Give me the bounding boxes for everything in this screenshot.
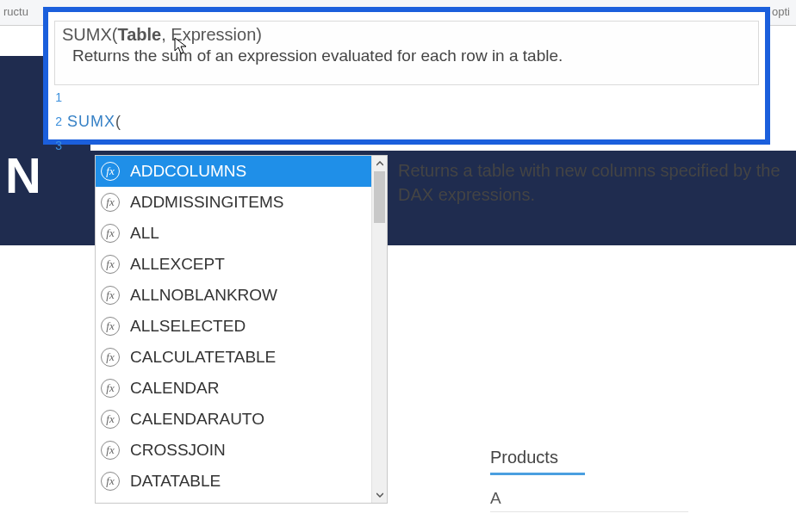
autocomplete-item-label: CALENDAR [130,379,219,398]
function-tooltip: SUMX(Table, Expression) Returns the sum … [54,21,759,85]
ribbon-right-fragment: opti [770,0,796,23]
tooltip-func-name: SUMX [62,25,112,44]
fx-icon: fx [101,441,120,460]
autocomplete-list[interactable]: fxADDCOLUMNSfxADDMISSINGITEMSfxALLfxALLE… [96,156,371,503]
autocomplete-item-label: CALENDARAUTO [130,410,264,429]
autocomplete-item-label: ALL [130,224,159,243]
line-number: 3 [48,136,67,160]
fx-icon: fx [101,472,120,491]
fx-icon: fx [101,348,120,367]
products-row[interactable]: A [490,486,688,512]
fx-icon: fx [101,255,120,274]
tooltip-signature: SUMX(Table, Expression) [62,25,751,45]
scroll-down-button[interactable] [372,487,387,503]
autocomplete-item-label: ALLEXCEPT [130,255,225,274]
fx-icon: fx [101,286,120,305]
code-paren: ( [115,113,121,130]
formula-editor[interactable]: 1 2 SUMX( 3 [48,88,765,139]
ribbon-left-fragment: ructu [0,0,43,25]
autocomplete-item-label: DATATABLE [130,472,221,491]
tooltip-description: Returns the sum of an expression evaluat… [62,46,751,65]
autocomplete-item-label: ADDCOLUMNS [130,162,246,181]
autocomplete-item-label: CROSSJOIN [130,441,226,460]
background-large-letter: N [5,146,40,204]
chevron-up-icon [376,161,383,166]
autocomplete-item-label: ALLSELECTED [130,317,246,336]
scroll-up-button[interactable] [372,156,387,171]
autocomplete-description: Returns a table with new columns specifi… [398,158,794,207]
autocomplete-item[interactable]: fxCALENDAR [96,373,371,404]
chevron-down-icon [376,492,383,498]
line-number: 2 [48,112,67,136]
scrollbar[interactable] [371,156,387,503]
products-field-panel: Products A [490,448,688,512]
tooltip-rest-params: , Expression) [161,25,262,44]
fx-icon: fx [101,379,120,398]
fx-icon: fx [101,410,120,429]
autocomplete-item[interactable]: fxCROSSJOIN [96,435,371,466]
autocomplete-item[interactable]: fxADDMISSINGITEMS [96,187,371,218]
autocomplete-item[interactable]: fxDATATABLE [96,466,371,497]
line-content[interactable]: SUMX( [67,112,765,136]
fx-icon: fx [101,224,120,243]
autocomplete-item[interactable]: fxADDCOLUMNS [96,156,371,187]
line-number: 1 [48,88,67,112]
autocomplete-item[interactable]: fxALL [96,218,371,249]
autocomplete-item[interactable]: fxALLNOBLANKROW [96,280,371,311]
fx-icon: fx [101,162,120,181]
code-function: SUMX [67,113,115,130]
products-title: Products [490,448,688,473]
line-content[interactable] [67,88,765,112]
tooltip-current-param: Table [117,25,161,44]
scrollbar-thumb[interactable] [374,171,385,223]
autocomplete-item-label: ADDMISSINGITEMS [130,193,283,212]
formula-bar-highlight: SUMX(Table, Expression) Returns the sum … [43,7,770,145]
autocomplete-item-label: CALCULATETABLE [130,348,276,367]
fx-icon: fx [101,193,120,212]
editor-line[interactable]: 2 SUMX( [48,112,765,136]
autocomplete-item[interactable]: fxCALCULATETABLE [96,342,371,373]
autocomplete-item-label: ALLNOBLANKROW [130,286,277,305]
fx-icon: fx [101,317,120,336]
products-underline [490,473,585,475]
scrollbar-track[interactable] [372,171,387,487]
autocomplete-item[interactable]: fxALLEXCEPT [96,249,371,280]
autocomplete-dropdown[interactable]: fxADDCOLUMNSfxADDMISSINGITEMSfxALLfxALLE… [95,155,388,504]
autocomplete-item[interactable]: fxALLSELECTED [96,311,371,342]
editor-line[interactable]: 1 [48,88,765,112]
autocomplete-item[interactable]: fxCALENDARAUTO [96,404,371,435]
